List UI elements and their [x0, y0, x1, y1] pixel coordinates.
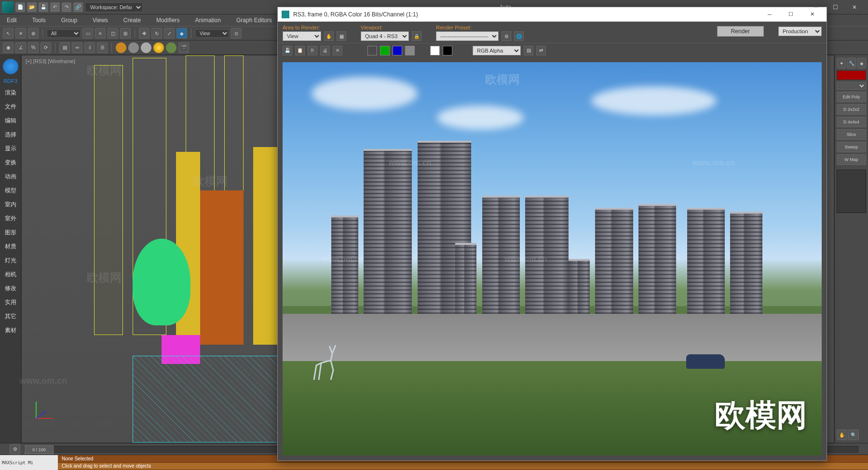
- minimize-icon[interactable]: ─: [806, 0, 826, 14]
- select-name-icon[interactable]: ≡: [95, 28, 106, 39]
- named-selection-icon[interactable]: ▤: [59, 42, 70, 53]
- cmd-wmap[interactable]: W Map: [837, 154, 866, 165]
- workspace-dropdown[interactable]: Workspace: Default: [85, 2, 143, 12]
- viewport-label[interactable]: [+] [RS3] [Wireframe]: [26, 58, 75, 64]
- spinner-snap-icon[interactable]: ⟳: [41, 42, 51, 53]
- menu-graph-editors[interactable]: Graph Editors: [233, 16, 275, 25]
- lock-viewport-icon[interactable]: 🔒: [412, 31, 421, 41]
- sidebar-exterior[interactable]: 室外: [4, 214, 17, 224]
- render-frame-icon[interactable]: [141, 42, 151, 53]
- cmd-slice[interactable]: Slice: [837, 129, 866, 140]
- maxscript-listener[interactable]: MAXScript Mi: [0, 455, 58, 470]
- sidebar-light[interactable]: 灯光: [4, 255, 17, 266]
- channel-dropdown[interactable]: RGB Alpha: [473, 46, 521, 55]
- clone-image-icon[interactable]: ⎘: [308, 46, 317, 55]
- pivot-icon[interactable]: ⊙: [231, 28, 242, 39]
- render-canvas[interactable]: 欧模网 www.om.cn www.om.cn www.om.cn www.om…: [278, 57, 827, 460]
- sidebar-display[interactable]: 显示: [4, 144, 17, 154]
- select-region-icon[interactable]: ◫: [108, 28, 118, 39]
- sidebar-select[interactable]: 选择: [4, 130, 17, 140]
- render-setup-icon[interactable]: [128, 42, 139, 53]
- menu-group[interactable]: Group: [58, 16, 80, 25]
- rotate-icon[interactable]: ↻: [151, 28, 162, 39]
- link-icon[interactable]: 🔗: [73, 2, 83, 12]
- redo-icon[interactable]: ↷: [62, 2, 71, 12]
- sidebar-modify[interactable]: 修改: [4, 283, 17, 294]
- sidebar-model[interactable]: 模型: [4, 186, 17, 196]
- new-file-icon[interactable]: 📄: [15, 2, 25, 12]
- selection-filter-dropdown[interactable]: All: [47, 29, 81, 38]
- compare-icon[interactable]: ⇄: [536, 46, 546, 55]
- scale-icon[interactable]: ⤢: [164, 28, 175, 39]
- percent-snap-icon[interactable]: %: [28, 42, 39, 53]
- sidebar-render[interactable]: 渲染: [4, 88, 17, 98]
- plugin-logo-icon[interactable]: [3, 59, 18, 74]
- sidebar-material[interactable]: 材质: [4, 242, 17, 252]
- menu-tools[interactable]: Tools: [29, 16, 49, 25]
- channel-blue[interactable]: [393, 46, 402, 55]
- production-dropdown[interactable]: Production: [778, 27, 822, 36]
- ref-coord-dropdown[interactable]: View: [195, 29, 229, 38]
- cmd-edit-poly[interactable]: Edit Poly: [837, 92, 866, 102]
- environment-icon[interactable]: [166, 42, 176, 53]
- sun-icon[interactable]: [153, 42, 164, 53]
- copy-image-icon[interactable]: 📋: [295, 46, 305, 55]
- modify-panel-icon[interactable]: 🔧: [847, 58, 856, 68]
- menu-edit[interactable]: Edit: [4, 16, 20, 25]
- align-icon[interactable]: ⫴: [84, 42, 95, 53]
- pan-icon[interactable]: ✋: [837, 430, 847, 440]
- color-swatch[interactable]: [837, 70, 866, 80]
- select-icon[interactable]: ▭: [82, 28, 93, 39]
- material-editor-icon[interactable]: [116, 42, 126, 53]
- app-logo[interactable]: [2, 1, 14, 13]
- region-edit-icon[interactable]: ✋: [324, 31, 334, 41]
- open-file-icon[interactable]: 📂: [27, 2, 37, 12]
- bind-icon[interactable]: ⊕: [28, 28, 39, 39]
- channel-green[interactable]: [380, 46, 390, 55]
- menu-modifiers[interactable]: Modifiers: [153, 16, 183, 25]
- menu-views[interactable]: Views: [90, 16, 111, 25]
- layer-toggle-icon[interactable]: ▤: [524, 46, 533, 55]
- render-icon[interactable]: 🎬: [178, 42, 189, 53]
- save-icon[interactable]: 💾: [39, 2, 48, 12]
- channel-mono[interactable]: [405, 46, 415, 55]
- layer-icon[interactable]: ☰: [97, 42, 108, 53]
- mirror-icon[interactable]: ⇔: [72, 42, 82, 53]
- environment-icon[interactable]: 🌐: [514, 31, 524, 41]
- sidebar-utility[interactable]: 实用: [4, 297, 17, 308]
- snap-icon[interactable]: ◉: [3, 42, 14, 53]
- zoom-icon[interactable]: 🔍: [848, 430, 859, 440]
- modifier-stack[interactable]: [837, 170, 866, 213]
- alpha-toggle[interactable]: [430, 46, 440, 55]
- viewport-dropdown[interactable]: Quad 4 - RS3: [361, 31, 409, 41]
- cmd-d4x4x4[interactable]: D 4x4x4: [837, 117, 866, 127]
- sidebar-interior[interactable]: 室内: [4, 200, 17, 210]
- window-crossing-icon[interactable]: ⊞: [120, 28, 131, 39]
- clear-icon[interactable]: ✕: [333, 46, 342, 55]
- undo-icon[interactable]: ↶: [50, 2, 60, 12]
- render-minimize-icon[interactable]: ─: [759, 8, 780, 21]
- cmd-sweep[interactable]: Sweep: [837, 142, 866, 152]
- sidebar-camera[interactable]: 相机: [4, 269, 17, 280]
- angle-snap-icon[interactable]: ∠: [15, 42, 26, 53]
- sidebar-shape[interactable]: 图形: [4, 228, 17, 238]
- channel-red[interactable]: [367, 46, 377, 55]
- sidebar-file[interactable]: 文件: [4, 102, 17, 112]
- render-setup-icon[interactable]: ⚙: [502, 31, 511, 41]
- save-image-icon[interactable]: 💾: [283, 46, 292, 55]
- menu-create[interactable]: Create: [121, 16, 144, 25]
- render-preset-dropdown[interactable]: -----------------------------: [436, 31, 499, 41]
- render-button[interactable]: Render: [717, 26, 764, 37]
- sidebar-transform[interactable]: 变换: [4, 158, 17, 168]
- time-config-icon[interactable]: ⚙: [10, 444, 20, 455]
- move-icon[interactable]: ✥: [139, 28, 149, 39]
- placement-icon[interactable]: ◆: [176, 28, 187, 39]
- time-thumb[interactable]: 0 / 100: [25, 445, 54, 454]
- sidebar-edit[interactable]: 编辑: [4, 116, 17, 126]
- create-panel-icon[interactable]: ✦: [837, 58, 846, 68]
- unlink-icon[interactable]: ✕: [15, 28, 26, 39]
- modifier-dropdown[interactable]: [837, 82, 866, 90]
- render-maximize-icon[interactable]: ☐: [780, 8, 801, 21]
- hierarchy-panel-icon[interactable]: ◈: [857, 58, 866, 68]
- bg-toggle[interactable]: [443, 46, 452, 55]
